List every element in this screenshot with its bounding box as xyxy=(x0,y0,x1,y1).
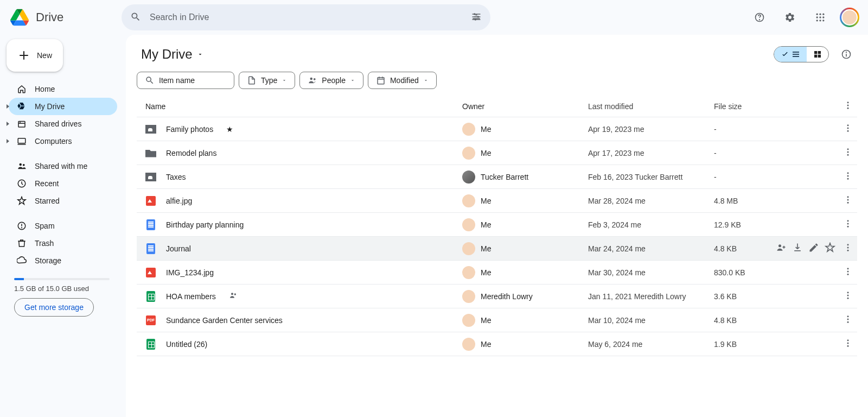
grid-view-button[interactable] xyxy=(807,47,828,62)
sidebar-item-shared-drives[interactable]: Shared drives xyxy=(9,115,117,132)
svg-point-8 xyxy=(816,16,818,18)
svg-point-51 xyxy=(847,199,849,201)
file-name: Birthday party planning xyxy=(166,220,244,229)
row-more-icon[interactable] xyxy=(841,145,855,161)
table-row[interactable]: Remodel plansMeApr 17, 2023 me- xyxy=(137,141,857,165)
svg-point-63 xyxy=(847,271,849,273)
table-row[interactable]: TaxesTucker BarrettFeb 16, 2023 Tucker B… xyxy=(137,165,857,189)
svg-point-9 xyxy=(819,16,821,18)
rename-icon[interactable] xyxy=(808,242,819,255)
owner-name: Me xyxy=(481,125,491,134)
account-avatar[interactable] xyxy=(840,8,859,27)
star-icon[interactable] xyxy=(825,242,835,255)
svg-point-65 xyxy=(231,293,233,295)
modified-date: Mar 10, 2024 me xyxy=(588,316,714,325)
modified-date: Apr 19, 2023 me xyxy=(588,125,714,134)
file-name: Remodel plans xyxy=(166,149,216,157)
file-name: Journal xyxy=(166,244,191,253)
shared-with-me-icon xyxy=(16,161,27,172)
download-icon[interactable] xyxy=(792,242,803,255)
filter-people[interactable]: People xyxy=(299,72,363,89)
svg-point-73 xyxy=(847,339,849,341)
row-more-icon[interactable] xyxy=(841,241,855,256)
table-row[interactable]: JournalMeMar 24, 2024 me4.8 KB xyxy=(137,237,857,261)
breadcrumb-title[interactable]: My Drive xyxy=(137,45,208,64)
settings-icon[interactable] xyxy=(779,7,801,28)
row-more-icon[interactable] xyxy=(841,312,855,328)
computers-icon xyxy=(16,136,27,147)
row-more-icon[interactable] xyxy=(841,336,855,352)
file-type-icon: PDF xyxy=(145,315,156,326)
header: Drive xyxy=(0,0,868,35)
file-size: 4.8 MB xyxy=(714,197,784,205)
info-icon[interactable] xyxy=(835,43,857,65)
col-size-header[interactable]: File size xyxy=(714,102,742,111)
owner-avatar xyxy=(462,194,475,207)
drive-logo-icon xyxy=(9,7,30,28)
table-row[interactable]: IMG_1234.jpgMeMar 30, 2024 me830.0 KB xyxy=(137,261,857,285)
svg-point-62 xyxy=(847,268,849,269)
sidebar-item-trash[interactable]: Trash xyxy=(9,235,117,252)
svg-point-16 xyxy=(20,122,21,123)
row-more-icon[interactable] xyxy=(841,121,855,137)
table-row[interactable]: PDFSundance Garden Center servicesMeMar … xyxy=(137,308,857,332)
sidebar-item-my-drive[interactable]: My Drive xyxy=(9,98,117,115)
col-name-header[interactable]: Name xyxy=(145,102,165,111)
file-size: 830.0 KB xyxy=(714,268,784,277)
logo-area[interactable]: Drive xyxy=(9,7,117,28)
row-more-icon[interactable] xyxy=(841,193,855,208)
help-icon[interactable] xyxy=(749,7,770,28)
svg-point-12 xyxy=(819,20,821,21)
filter-item-name[interactable]: Item name xyxy=(137,72,234,89)
row-more-icon[interactable] xyxy=(841,217,855,232)
new-button[interactable]: New xyxy=(7,39,63,72)
svg-point-31 xyxy=(846,52,847,53)
svg-rect-26 xyxy=(818,51,821,54)
svg-rect-14 xyxy=(18,122,25,128)
table-row[interactable]: HOA membersMeredith LowryJan 11, 2021 Me… xyxy=(137,285,857,308)
owner-avatar xyxy=(462,147,475,160)
search-input[interactable] xyxy=(150,12,462,22)
search-options-icon[interactable] xyxy=(471,11,482,24)
table-row[interactable]: alfie.jpgMeMar 28, 2024 me4.8 MB xyxy=(137,189,857,213)
col-owner-header[interactable]: Owner xyxy=(462,102,484,111)
table-row[interactable]: Birthday party planningMeFeb 3, 2024 me1… xyxy=(137,213,857,237)
filter-modified[interactable]: Modified xyxy=(368,72,437,89)
sidebar-item-storage[interactable]: Storage xyxy=(9,252,117,269)
search-icon xyxy=(130,11,141,24)
file-size: 1.9 KB xyxy=(714,340,784,349)
row-more-icon[interactable] xyxy=(841,264,855,280)
row-more-icon[interactable] xyxy=(841,169,855,185)
owner-avatar xyxy=(462,338,475,351)
sidebar-item-shared-with-me[interactable]: Shared with me xyxy=(9,157,117,175)
share-icon[interactable] xyxy=(776,242,787,255)
sidebar-item-spam[interactable]: Spam xyxy=(9,217,117,235)
file-size: - xyxy=(714,149,784,157)
file-type-icon xyxy=(145,291,156,302)
file-name: Family photos xyxy=(166,125,213,134)
svg-point-45 xyxy=(847,151,849,153)
table-header: Name Owner Last modified File size xyxy=(137,96,857,117)
app-name: Drive xyxy=(36,10,63,24)
svg-point-4 xyxy=(760,20,760,20)
table-header-more-icon[interactable] xyxy=(841,98,855,114)
my-drive-icon xyxy=(16,101,27,112)
sidebar-item-home[interactable]: Home xyxy=(9,80,117,98)
get-more-storage-button[interactable]: Get more storage xyxy=(14,298,94,317)
search-bar[interactable] xyxy=(122,4,490,30)
table-row[interactable]: Untitled (26)MeMay 6, 2024 me1.9 KB xyxy=(137,332,857,356)
owner-name: Me xyxy=(481,197,491,205)
apps-icon[interactable] xyxy=(809,7,831,28)
storage-icon xyxy=(16,255,27,266)
svg-point-40 xyxy=(847,108,849,109)
sidebar-item-starred[interactable]: Starred xyxy=(9,192,117,210)
sidebar-item-recent[interactable]: Recent xyxy=(9,175,117,192)
sidebar-item-computers[interactable]: Computers xyxy=(9,132,117,150)
col-modified-header[interactable]: Last modified xyxy=(588,102,633,111)
filter-type[interactable]: Type xyxy=(239,72,295,89)
list-view-button[interactable] xyxy=(774,47,807,62)
svg-point-11 xyxy=(816,20,818,21)
table-row[interactable]: Family photos★MeApr 19, 2023 me- xyxy=(137,117,857,141)
file-type-icon xyxy=(145,195,156,206)
row-more-icon[interactable] xyxy=(841,288,855,304)
